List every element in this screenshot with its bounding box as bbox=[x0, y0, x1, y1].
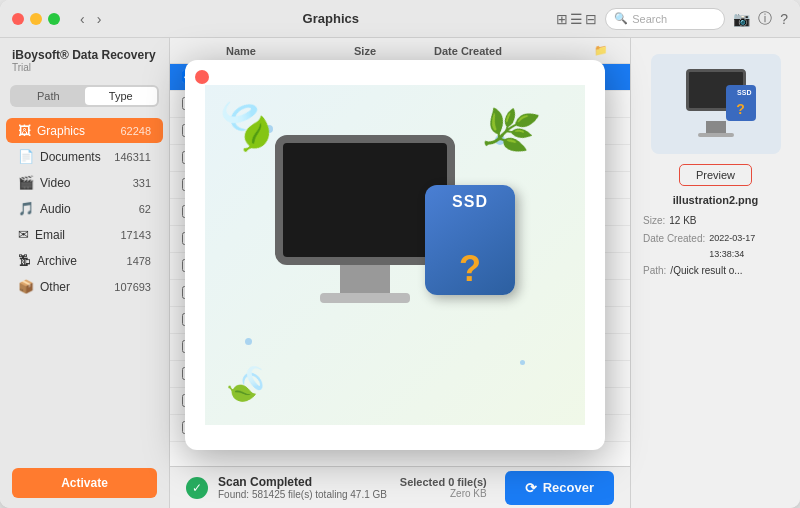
detail-file-name: illustration2.png bbox=[673, 194, 759, 206]
view-toggle: ⊞ ☰ ⊟ bbox=[556, 11, 597, 27]
search-icon: 🔍 bbox=[614, 12, 628, 25]
mini-imac-illustration: SSD ? bbox=[676, 69, 756, 139]
sidebar-item-audio-label: Audio bbox=[40, 202, 139, 216]
dot-decoration bbox=[245, 338, 252, 345]
filter-button[interactable]: ⊟ bbox=[585, 11, 597, 27]
titlebar-right: ⊞ ☰ ⊟ 🔍 Search 📷 ⓘ ? bbox=[556, 8, 788, 30]
selected-info: Selected 0 file(s) Zero KB bbox=[400, 476, 487, 499]
sidebar-items: 🖼 Graphics 62248 📄 Documents 146311 🎬 Vi… bbox=[0, 113, 169, 458]
scan-complete-icon: ✓ bbox=[186, 477, 208, 499]
overlay-close-button[interactable] bbox=[195, 70, 209, 84]
titlebar: ‹ › Graphics ⊞ ☰ ⊟ 🔍 Search 📷 ⓘ ? bbox=[0, 0, 800, 38]
sidebar-item-other-count: 107693 bbox=[114, 281, 151, 293]
audio-icon: 🎵 bbox=[18, 201, 34, 216]
info-icon-button[interactable]: ⓘ bbox=[758, 10, 772, 28]
grid-view-button[interactable]: ⊞ bbox=[556, 11, 568, 27]
sidebar-item-graphics-count: 62248 bbox=[120, 125, 151, 137]
illustration-container: 🍃 🌿 🍃 SSD ? bbox=[205, 85, 585, 425]
sidebar: iBoysoft® Data Recovery Trial Path Type … bbox=[0, 38, 170, 508]
sidebar-activate: Activate bbox=[0, 458, 169, 508]
preview-button[interactable]: Preview bbox=[679, 164, 752, 186]
path-value: /Quick result o... bbox=[670, 262, 742, 280]
recover-label: Recover bbox=[543, 480, 594, 495]
sidebar-item-documents[interactable]: 📄 Documents 146311 bbox=[6, 144, 163, 169]
documents-icon: 📄 bbox=[18, 149, 34, 164]
list-view-button[interactable]: ☰ bbox=[570, 11, 583, 27]
file-detail-info: Size: 12 KB Date Created: 2022-03-17 13:… bbox=[643, 212, 788, 280]
scan-title: Scan Completed bbox=[218, 475, 390, 489]
ssd-box: SSD ? bbox=[726, 85, 756, 121]
apple-logo-large-icon bbox=[283, 143, 447, 257]
traffic-lights bbox=[12, 13, 60, 25]
maximize-button[interactable] bbox=[48, 13, 60, 25]
large-ssd-question-icon: ? bbox=[459, 251, 481, 287]
sidebar-item-video-label: Video bbox=[40, 176, 133, 190]
detail-path-row: Path: /Quick result o... bbox=[643, 262, 788, 280]
app-name: iBoysoft® Data Recovery bbox=[12, 48, 157, 62]
header-name: Name bbox=[226, 45, 354, 57]
sidebar-item-archive-label: Archive bbox=[37, 254, 127, 268]
selected-count: Selected 0 file(s) bbox=[400, 476, 487, 488]
scan-subtitle: Found: 581425 file(s) totaling 47.1 GB bbox=[218, 489, 390, 500]
nav-arrows: ‹ › bbox=[76, 9, 105, 29]
close-button[interactable] bbox=[12, 13, 24, 25]
path-toggle-button[interactable]: Path bbox=[12, 87, 85, 105]
large-imac-base bbox=[320, 293, 410, 303]
sidebar-item-audio-count: 62 bbox=[139, 203, 151, 215]
date-label: Date Created: bbox=[643, 230, 705, 262]
search-box: 🔍 Search bbox=[605, 8, 725, 30]
ssd-question-icon: ? bbox=[736, 101, 745, 117]
large-imac-group: SSD ? bbox=[275, 135, 515, 375]
sidebar-item-graphics[interactable]: 🖼 Graphics 62248 bbox=[6, 118, 163, 143]
archive-icon: 🗜 bbox=[18, 253, 31, 268]
header-date: Date Created bbox=[434, 45, 594, 57]
status-bar: ✓ Scan Completed Found: 581425 file(s) t… bbox=[170, 466, 630, 508]
titlebar-title: Graphics bbox=[113, 11, 548, 26]
sidebar-item-archive[interactable]: 🗜 Archive 1478 bbox=[6, 248, 163, 273]
sidebar-item-documents-label: Documents bbox=[40, 150, 114, 164]
nav-back-button[interactable]: ‹ bbox=[76, 9, 89, 29]
dot-decoration bbox=[520, 360, 525, 365]
sidebar-item-video-count: 331 bbox=[133, 177, 151, 189]
detail-date-row: Date Created: 2022-03-17 13:38:34 bbox=[643, 230, 788, 262]
selected-size: Zero KB bbox=[400, 488, 487, 499]
size-label: Size: bbox=[643, 212, 665, 230]
header-folder-icon: 📁 bbox=[594, 44, 618, 57]
sidebar-item-email-count: 17143 bbox=[120, 229, 151, 241]
leaf-bottom-left-icon: 🍃 bbox=[217, 353, 278, 414]
preview-thumbnail: SSD ? bbox=[651, 54, 781, 154]
sidebar-item-video[interactable]: 🎬 Video 331 bbox=[6, 170, 163, 195]
email-icon: ✉ bbox=[18, 227, 29, 242]
app-trial: Trial bbox=[12, 62, 157, 73]
large-ssd-label: SSD bbox=[452, 193, 488, 211]
sidebar-item-archive-count: 1478 bbox=[127, 255, 151, 267]
type-toggle-button[interactable]: Type bbox=[85, 87, 158, 105]
imac-base bbox=[698, 133, 734, 137]
sidebar-item-other-label: Other bbox=[40, 280, 114, 294]
help-icon-button[interactable]: ? bbox=[780, 11, 788, 27]
date-value: 2022-03-17 13:38:34 bbox=[709, 230, 788, 262]
sidebar-item-email[interactable]: ✉ Email 17143 bbox=[6, 222, 163, 247]
sidebar-item-other[interactable]: 📦 Other 107693 bbox=[6, 274, 163, 299]
camera-icon-button[interactable]: 📷 bbox=[733, 11, 750, 27]
large-imac-stand bbox=[340, 265, 390, 295]
other-icon: 📦 bbox=[18, 279, 34, 294]
scan-text: Scan Completed Found: 581425 file(s) tot… bbox=[218, 475, 390, 500]
path-label: Path: bbox=[643, 262, 666, 280]
path-type-toggle: Path Type bbox=[10, 85, 159, 107]
nav-forward-button[interactable]: › bbox=[93, 9, 106, 29]
activate-button[interactable]: Activate bbox=[12, 468, 157, 498]
sidebar-item-audio[interactable]: 🎵 Audio 62 bbox=[6, 196, 163, 221]
preview-overlay: 🍃 🌿 🍃 SSD ? bbox=[185, 60, 605, 450]
graphics-icon: 🖼 bbox=[18, 123, 31, 138]
sidebar-item-graphics-label: Graphics bbox=[37, 124, 120, 138]
minimize-button[interactable] bbox=[30, 13, 42, 25]
recover-button[interactable]: ⟳ Recover bbox=[505, 471, 614, 505]
search-placeholder: Search bbox=[632, 13, 667, 25]
sidebar-item-documents-count: 146311 bbox=[114, 151, 151, 163]
video-icon: 🎬 bbox=[18, 175, 34, 190]
recover-icon: ⟳ bbox=[525, 480, 537, 496]
detail-size-row: Size: 12 KB bbox=[643, 212, 788, 230]
large-ssd-box: SSD ? bbox=[425, 185, 515, 295]
ssd-label: SSD bbox=[737, 89, 751, 96]
